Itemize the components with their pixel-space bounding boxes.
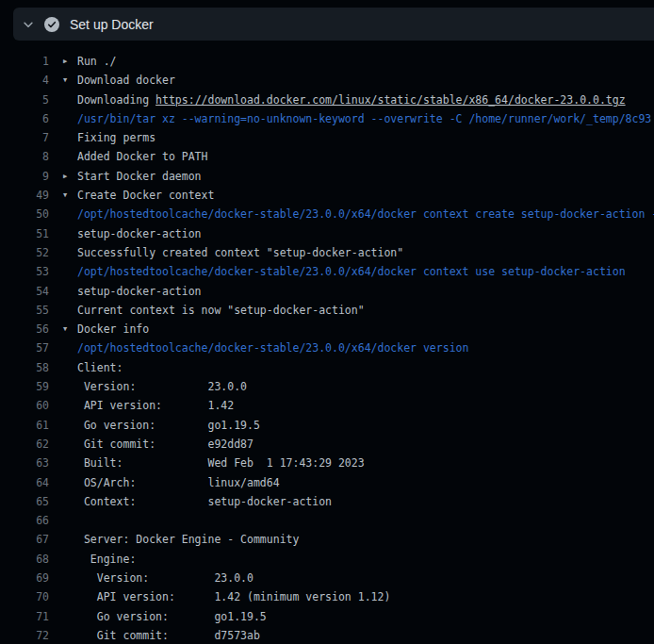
line-number-link[interactable]: 59 <box>0 377 49 396</box>
log-line: 70 API version: 1.42 (minimum version 1.… <box>0 587 654 606</box>
log-line-text: OS/Arch: linux/amd64 <box>77 473 280 492</box>
group-toggle-icon <box>49 473 77 492</box>
group-toggle-icon <box>49 587 77 606</box>
log-line: 6 /usr/bin/tar xz --warning=no-unknown-k… <box>0 109 654 128</box>
log-line-text: Client: <box>77 358 123 377</box>
line-number-link[interactable]: 54 <box>0 282 49 301</box>
log-line-text: Go version: go1.19.5 <box>77 607 267 626</box>
log-line: 7 Fixing perms <box>0 128 654 147</box>
line-number-link[interactable]: 58 <box>0 358 49 377</box>
group-toggle-icon[interactable]: ▼ <box>49 320 77 339</box>
group-toggle-icon <box>49 358 77 377</box>
line-number-link[interactable]: 61 <box>0 416 49 435</box>
group-toggle-icon[interactable]: ▼ <box>49 186 77 205</box>
line-number-link[interactable]: 5 <box>0 91 49 109</box>
log-line: 66 <box>0 511 654 530</box>
line-number-link[interactable]: 50 <box>0 205 49 223</box>
log-line-text: Create Docker context <box>77 186 214 205</box>
log-line: 68 Engine: <box>0 550 654 569</box>
group-toggle-icon <box>49 396 77 415</box>
log-group-header[interactable]: 9 ▶ Start Docker daemon <box>0 167 654 186</box>
log-line: 5 Downloading https://download.docker.co… <box>0 91 654 109</box>
line-number-link[interactable]: 9 <box>0 167 49 186</box>
line-number-link[interactable]: 63 <box>0 454 49 472</box>
log-line: 69 Version: 23.0.0 <box>0 569 654 587</box>
chevron-down-icon[interactable] <box>21 17 36 32</box>
log-line: 58 Client: <box>0 358 654 377</box>
line-number-link[interactable]: 67 <box>0 530 49 549</box>
group-toggle-icon <box>49 377 77 396</box>
group-toggle-icon <box>49 550 77 569</box>
line-number-link[interactable]: 62 <box>0 435 49 454</box>
log-group-header[interactable]: 56 ▼ Docker info <box>0 320 654 339</box>
line-number-link[interactable]: 66 <box>0 511 49 530</box>
group-toggle-icon <box>49 511 77 530</box>
log-line-text: setup-docker-action <box>77 224 202 243</box>
log-line-text: /opt/hostedtoolcache/docker-stable/23.0.… <box>77 205 654 223</box>
log-line-text: Run ./ <box>77 52 117 71</box>
log-line: 55 Current context is now "setup-docker-… <box>0 301 654 320</box>
log-line: 65 Context: setup-docker-action <box>0 492 654 511</box>
group-toggle-icon <box>49 147 77 166</box>
line-number-link[interactable]: 6 <box>0 109 49 128</box>
line-number-link[interactable]: 8 <box>0 147 49 166</box>
log-line-text: Fixing perms <box>77 128 155 147</box>
line-number-link[interactable]: 72 <box>0 626 49 644</box>
group-toggle-icon <box>49 492 77 511</box>
log-line: 52 Successfully created context "setup-d… <box>0 243 654 262</box>
line-number-link[interactable]: 65 <box>0 492 49 511</box>
log-line-text: Current context is now "setup-docker-act… <box>77 301 365 320</box>
group-toggle-icon[interactable]: ▶ <box>49 167 77 186</box>
check-circle-icon <box>44 17 59 32</box>
log-line-text: Go version: go1.19.5 <box>77 416 260 435</box>
log-line: 51 setup-docker-action <box>0 224 654 243</box>
group-toggle-icon[interactable]: ▶ <box>49 52 77 71</box>
log-line-text: Version: 23.0.0 <box>77 569 253 587</box>
log-line: 62 Git commit: e92dd87 <box>0 435 654 454</box>
log-line: 72 Git commit: d7573ab <box>0 626 654 644</box>
group-toggle-icon <box>49 205 77 223</box>
line-number-link[interactable]: 57 <box>0 339 49 357</box>
log-line-text: Downloading <box>77 93 155 107</box>
log-line-text: Server: Docker Engine - Community <box>77 530 299 549</box>
log-line-text: Start Docker daemon <box>77 167 202 186</box>
group-toggle-icon[interactable]: ▼ <box>49 71 77 90</box>
line-number-link[interactable]: 69 <box>0 569 49 587</box>
line-number-link[interactable]: 4 <box>0 71 49 90</box>
group-toggle-icon <box>49 109 77 128</box>
group-toggle-icon <box>49 224 77 243</box>
group-toggle-icon <box>49 626 77 644</box>
line-number-link[interactable]: 56 <box>0 320 49 339</box>
log-line-text: /usr/bin/tar xz --warning=no-unknown-key… <box>77 109 651 128</box>
group-toggle-icon <box>49 416 77 435</box>
step-header[interactable]: Set up Docker <box>13 8 654 41</box>
group-toggle-icon <box>49 128 77 147</box>
log-line: 63 Built: Wed Feb 1 17:43:29 2023 <box>0 454 654 472</box>
log-line-text: Git commit: d7573ab <box>77 626 260 644</box>
group-toggle-icon <box>49 339 77 357</box>
log-line-text: Version: 23.0.0 <box>77 377 247 396</box>
line-number-link[interactable]: 55 <box>0 301 49 320</box>
line-number-link[interactable]: 60 <box>0 396 49 415</box>
group-toggle-icon <box>49 454 77 472</box>
log-line-text: Docker info <box>77 320 149 339</box>
log-group-header[interactable]: 49 ▼ Create Docker context <box>0 186 654 205</box>
line-number-link[interactable]: 1 <box>0 52 49 71</box>
log-line-text: /opt/hostedtoolcache/docker-stable/23.0.… <box>77 262 626 281</box>
group-toggle-icon <box>49 435 77 454</box>
line-number-link[interactable]: 64 <box>0 473 49 492</box>
line-number-link[interactable]: 53 <box>0 262 49 281</box>
line-number-link[interactable]: 7 <box>0 128 49 147</box>
log-group-header[interactable]: 1 ▶ Run ./ <box>0 52 654 71</box>
log-url-link[interactable]: https://download.docker.com/linux/static… <box>155 93 626 107</box>
line-number-link[interactable]: 51 <box>0 224 49 243</box>
line-number-link[interactable]: 68 <box>0 550 49 569</box>
line-number-link[interactable]: 70 <box>0 587 49 606</box>
group-toggle-icon <box>49 530 77 549</box>
log-line: 61 Go version: go1.19.5 <box>0 416 654 435</box>
log-group-header[interactable]: 4 ▼ Download docker <box>0 71 654 90</box>
group-toggle-icon <box>49 301 77 320</box>
line-number-link[interactable]: 49 <box>0 186 49 205</box>
line-number-link[interactable]: 71 <box>0 607 49 626</box>
line-number-link[interactable]: 52 <box>0 243 49 262</box>
